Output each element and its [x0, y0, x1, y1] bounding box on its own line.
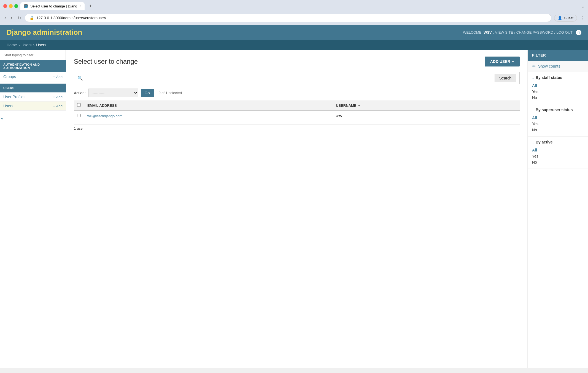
users-link[interactable]: Users [3, 104, 14, 108]
breadcrumb: Home › Users › Users [7, 43, 581, 47]
user-profiles-add-link[interactable]: Add [53, 95, 63, 99]
superuser-section-title: ↓ By superuser status [532, 108, 584, 112]
search-bar: 🔍 Search [74, 72, 520, 84]
change-password-link[interactable]: CHANGE PASSWORD [516, 30, 553, 34]
groups-add-link[interactable]: Add [53, 75, 63, 79]
tab-close-button[interactable]: × [79, 4, 81, 8]
sidebar-filter-input[interactable] [0, 50, 66, 60]
maximize-dot[interactable] [14, 4, 18, 8]
show-counts-label: Show counts [538, 64, 560, 68]
profile-button[interactable]: 👤 Guest [554, 15, 577, 22]
superuser-no-link[interactable]: No [532, 127, 584, 133]
row-email-cell: will@learndjango.com [84, 111, 333, 121]
search-input[interactable] [85, 75, 492, 81]
active-section-title: ↓ By active [532, 140, 584, 144]
table-header-row: EMAIL ADDRESS USERNAME ▼ [74, 100, 520, 111]
action-bar: Action: ---------- Go 0 of 1 selected [74, 89, 520, 97]
site-title: Django administration [7, 28, 82, 37]
breadcrumb-home[interactable]: Home [7, 43, 17, 47]
expand-button[interactable]: ⌄ [581, 4, 585, 9]
superuser-arrow-icon: ↓ [532, 108, 534, 112]
search-button[interactable]: Search [495, 74, 516, 82]
breadcrumb-sep2: › [33, 43, 35, 47]
superuser-yes-link[interactable]: Yes [532, 121, 584, 127]
sidebar: AUTHENTICATION AND AUTHORIZATION Groups … [0, 50, 66, 368]
theme-toggle[interactable]: ◑ [576, 30, 581, 35]
active-all-link[interactable]: All [532, 147, 584, 153]
row-checkbox[interactable] [77, 114, 81, 117]
header-username[interactable]: USERNAME ▼ [333, 100, 520, 111]
active-section-label: By active [536, 140, 552, 144]
log-out-link[interactable]: LOG OUT [556, 30, 573, 34]
view-site-link[interactable]: VIEW SITE [495, 30, 513, 34]
filter-panel: FILTER 👁 Show counts ↓ By staff status A… [527, 50, 588, 368]
staff-no-link[interactable]: No [532, 95, 584, 101]
address-input-wrap[interactable]: 🔒 127.0.0.1:8000/admin/users/customuser/ [25, 14, 552, 22]
staff-yes-link[interactable]: Yes [532, 89, 584, 95]
staff-section-title: ↓ By staff status [532, 75, 584, 80]
welcome-text: WELCOME, [463, 30, 482, 34]
staff-section-label: By staff status [536, 75, 562, 80]
minimize-dot[interactable] [9, 4, 13, 8]
filter-staff-section: ↓ By staff status All Yes No [528, 72, 588, 104]
superuser-all-link[interactable]: All [532, 115, 584, 121]
row-email-link[interactable]: will@learndjango.com [87, 114, 122, 118]
active-arrow-icon: ↓ [532, 140, 534, 144]
main-content: Select user to change ADD USER + 🔍 Searc… [66, 50, 527, 368]
content-header: Select user to change ADD USER + [74, 57, 520, 66]
users-add-link[interactable]: Add [53, 104, 63, 108]
row-checkbox-cell [74, 111, 84, 121]
header-checkbox-col [74, 100, 84, 111]
add-user-label: ADD USER [490, 59, 510, 64]
filter-body: 👁 Show counts ↓ By staff status All Yes … [528, 61, 588, 169]
django-header: Django administration WELCOME, WSV. VIEW… [0, 25, 588, 40]
browser-tab[interactable]: 🌐 Select user to change | Djang × [20, 2, 85, 10]
show-counts-row[interactable]: 👁 Show counts [528, 61, 588, 72]
staff-all-link[interactable]: All [532, 82, 584, 89]
row-username-cell: wsv [333, 111, 520, 121]
lock-icon: 🔒 [29, 16, 34, 20]
add-user-button[interactable]: ADD USER + [485, 57, 520, 66]
forward-button[interactable]: › [10, 14, 13, 22]
active-no-link[interactable]: No [532, 159, 584, 165]
superuser-section-label: By superuser status [536, 108, 573, 112]
breadcrumb-users-section[interactable]: Users [21, 43, 32, 47]
sep1: / [514, 30, 515, 34]
reload-button[interactable]: ↻ [16, 14, 22, 22]
new-tab-button[interactable]: + [87, 3, 94, 9]
groups-link[interactable]: Groups [3, 74, 16, 79]
close-dot[interactable] [3, 4, 7, 8]
sidebar-item-users: Users Add [0, 102, 66, 111]
sidebar-auth-section: AUTHENTICATION AND AUTHORIZATION [0, 60, 66, 72]
user-profiles-link[interactable]: User Profiles [3, 95, 25, 99]
filter-header: FILTER [528, 50, 588, 61]
sidebar-item-user-profiles: User Profiles Add [0, 92, 66, 102]
user-info: WELCOME, WSV. VIEW SITE / CHANGE PASSWOR… [463, 30, 581, 35]
more-options-button[interactable]: ⋮ [580, 15, 585, 21]
breadcrumb-bar: Home › Users › Users [0, 40, 588, 50]
tab-title: Select user to change | Djang [30, 4, 77, 8]
sep2: / [554, 30, 555, 34]
sidebar-collapse-button[interactable]: « [0, 115, 4, 122]
action-select[interactable]: ---------- [88, 89, 138, 97]
active-yes-link[interactable]: Yes [532, 153, 584, 159]
selected-count: 0 of 1 selected [159, 91, 182, 95]
result-count: 1 user [74, 124, 520, 132]
browser-dots [3, 4, 18, 8]
data-table: EMAIL ADDRESS USERNAME ▼ will@learndjang… [74, 100, 520, 121]
filter-superuser-section: ↓ By superuser status All Yes No [528, 104, 588, 137]
breadcrumb-sep1: › [18, 43, 20, 47]
page-title: Select user to change [74, 58, 138, 65]
select-all-checkbox[interactable] [77, 103, 81, 107]
table-row: will@learndjango.com wsv [74, 111, 520, 121]
tab-favicon: 🌐 [24, 4, 28, 8]
add-user-icon: + [512, 59, 514, 64]
breadcrumb-current: Users [36, 43, 46, 47]
header-email[interactable]: EMAIL ADDRESS [84, 100, 333, 111]
go-button[interactable]: Go [141, 89, 154, 97]
back-button[interactable]: ‹ [3, 14, 7, 22]
main-layout: AUTHENTICATION AND AUTHORIZATION Groups … [0, 50, 588, 368]
eye-icon: 👁 [532, 64, 536, 68]
sort-arrow-icon: ▼ [357, 104, 361, 108]
action-label: Action: [74, 91, 86, 95]
